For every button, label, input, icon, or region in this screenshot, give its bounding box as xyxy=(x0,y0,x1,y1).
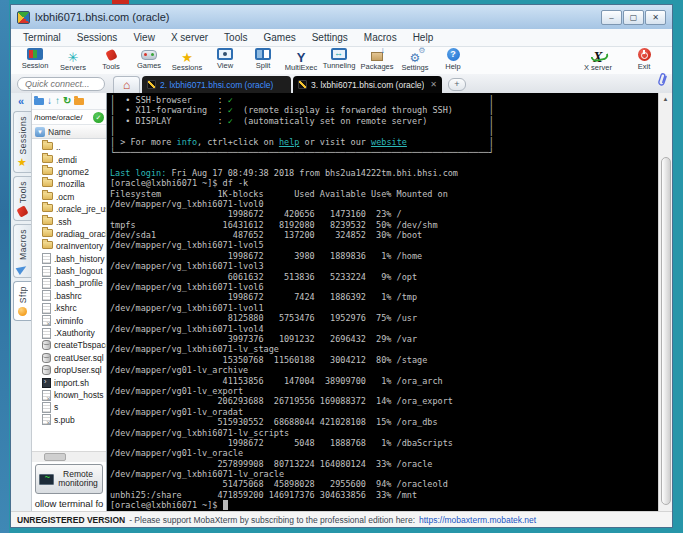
maximize-icon[interactable]: ▢ xyxy=(623,10,644,25)
file-item[interactable]: .gnome2 xyxy=(42,166,106,178)
terminal-text: [oracle@lxbhi6071 ~]$ df -k xyxy=(110,178,248,188)
toolbar-settings-button[interactable]: Settings xyxy=(397,48,433,74)
toolbar-tunneling-button[interactable]: Tunneling xyxy=(321,48,357,74)
toolbar-exit-button[interactable]: Exit xyxy=(626,48,662,74)
file-item[interactable]: .oracle_jre_us xyxy=(42,203,106,215)
file-name: oradiag_oracle xyxy=(56,229,106,239)
toolbar-x-server-button[interactable]: X server xyxy=(580,48,616,74)
toolbar-view-button[interactable]: View xyxy=(207,48,243,74)
menu-settings[interactable]: Settings xyxy=(304,32,356,43)
terminal-text: /dev/mapper/vg01-lv_oracle xyxy=(110,448,243,458)
terminal-line: /dev/sda1 487652 137200 324852 30% /boot xyxy=(110,230,658,240)
side-tab-sessions[interactable]: Sessions xyxy=(13,111,31,173)
terminal-line: /dev/mapper/vg_lxbhi6071-lv_oracle xyxy=(110,469,658,479)
file-item[interactable]: import.sh xyxy=(42,376,106,388)
file-item[interactable]: .kshrc xyxy=(42,302,106,314)
menu-terminal[interactable]: Terminal xyxy=(15,32,69,43)
file-name: .bash_logout xyxy=(54,266,103,276)
terminal-tab[interactable]: 3. lxbhi6071.bhsi.com (oracle)✕ xyxy=(293,76,442,93)
toolbar-games-button[interactable]: Games xyxy=(131,48,167,74)
sftp-horizontal-scrollbar[interactable] xyxy=(32,451,106,462)
toolbar-packages-button[interactable]: Packages xyxy=(359,48,395,74)
file-item[interactable]: createTbspace xyxy=(42,339,106,351)
terminal-tab[interactable]: 2. lxbhi6071.bhsi.com (oracle) xyxy=(142,76,291,93)
side-tab-sftp[interactable]: Sftp xyxy=(13,281,31,321)
scrollbar-thumb[interactable] xyxy=(661,157,671,505)
toolbar-split-button[interactable]: Split xyxy=(245,48,281,74)
toolbar-tools-button[interactable]: Tools xyxy=(93,48,129,74)
remote-monitoring-button[interactable]: Remote monitoring xyxy=(35,464,103,494)
file-item[interactable]: .viminfo xyxy=(42,314,106,326)
refresh-icon[interactable]: ↻ xyxy=(63,96,71,106)
terminal-line: /dev/mapper/vg_lxbhi6071-lvol3 xyxy=(110,261,658,271)
scrollbar-thumb[interactable] xyxy=(44,453,66,461)
toolbar-multiexec-button[interactable]: MultiExec xyxy=(283,48,319,74)
file-item[interactable]: .ssh xyxy=(42,215,106,227)
file-item[interactable]: s.pub xyxy=(42,414,106,426)
file-item[interactable]: s xyxy=(42,401,106,413)
title-bar[interactable]: lxbhi6071.bhsi.com (oracle) –▢✕ xyxy=(11,5,672,29)
parent-folder-icon[interactable] xyxy=(34,98,44,105)
open-folder-icon[interactable] xyxy=(74,98,84,105)
file-item[interactable]: .mozilla xyxy=(42,178,106,190)
terminal[interactable]: │ • SSH-browser : ✓ ││ • X11-forwarding … xyxy=(107,93,658,511)
menu-macros[interactable]: Macros xyxy=(356,32,405,43)
menu-tools[interactable]: Tools xyxy=(216,32,255,43)
file-item[interactable]: .ocm xyxy=(42,191,106,203)
file-item[interactable]: known_hosts xyxy=(42,389,106,401)
minimize-icon[interactable]: – xyxy=(601,10,622,25)
side-tab-tools[interactable]: Tools xyxy=(13,176,31,221)
sftp-path-bar[interactable]: /home/oracle/ ✓ xyxy=(32,110,106,125)
file-item[interactable]: .bash_profile xyxy=(42,277,106,289)
sftp-panel: ↓↑↻ /home/oracle/ ✓ ▼ Name ...emdi.gnome… xyxy=(32,93,107,511)
terminal-text: │ • SSH-browser : xyxy=(110,95,228,105)
scroll-up-icon[interactable]: ▲ xyxy=(659,93,672,105)
help-icon xyxy=(447,48,460,61)
collapse-sidebar-icon[interactable]: « xyxy=(18,93,24,111)
menu-games[interactable]: Games xyxy=(255,32,303,43)
quick-connect-input[interactable] xyxy=(17,77,105,91)
file-item[interactable]: creatUser.sql xyxy=(42,352,106,364)
terminal-scrollbar[interactable]: ▲ xyxy=(658,93,672,511)
home-tab-button[interactable]: ⌂ xyxy=(113,76,140,93)
menu-sessions[interactable]: Sessions xyxy=(69,32,126,43)
close-icon[interactable]: ✕ xyxy=(645,10,666,25)
file-list-header[interactable]: ▼ Name xyxy=(32,125,106,139)
file-icon xyxy=(42,328,51,339)
home-icon: ⌂ xyxy=(123,79,130,91)
background-window-fragment xyxy=(0,0,9,533)
file-item[interactable]: dropUser.sql xyxy=(42,364,106,376)
toolbar-help-button[interactable]: Help xyxy=(435,48,471,74)
file-item[interactable]: oraInventory xyxy=(42,240,106,252)
menu-x-server[interactable]: X server xyxy=(163,32,216,43)
download-icon[interactable]: ↓ xyxy=(47,96,52,106)
side-tab-macros[interactable]: Macros xyxy=(13,224,31,278)
file-item[interactable]: .Xauthority xyxy=(42,327,106,339)
terminal-link[interactable]: website xyxy=(371,137,407,147)
file-item[interactable]: oradiag_oracle xyxy=(42,228,106,240)
toolbar-servers-button[interactable]: Servers xyxy=(55,48,91,74)
terminal-text: │ xyxy=(427,116,494,126)
upload-icon[interactable]: ↑ xyxy=(55,96,60,106)
new-tab-button[interactable]: + xyxy=(448,78,466,91)
toolbar-session-button[interactable]: Session xyxy=(17,48,53,74)
sort-dropdown-icon[interactable]: ▼ xyxy=(35,127,45,137)
script-icon xyxy=(42,378,51,388)
file-item[interactable]: .bashrc xyxy=(42,290,106,302)
file-item[interactable]: .bash_history xyxy=(42,253,106,265)
terminal-link[interactable]: help xyxy=(279,137,299,147)
file-item[interactable]: .emdi xyxy=(42,153,106,165)
mobatek-link[interactable]: https://mobaxterm.mobatek.net xyxy=(419,515,536,525)
file-item[interactable]: .. xyxy=(42,141,106,153)
terminal-text: │ xyxy=(453,105,494,115)
terminal-text: 15350768 11560188 3004212 80% /stage xyxy=(110,355,427,365)
file-icon xyxy=(42,253,51,264)
file-name: .Xauthority xyxy=(54,328,95,338)
menu-help[interactable]: Help xyxy=(405,32,442,43)
close-tab-icon[interactable]: ✕ xyxy=(426,80,437,89)
toolbar-sessions-button[interactable]: Sessions xyxy=(169,48,205,74)
menu-view[interactable]: View xyxy=(125,32,163,43)
paperclip-icon[interactable] xyxy=(657,72,668,91)
file-item[interactable]: .bash_logout xyxy=(42,265,106,277)
follow-terminal-folder-label[interactable]: ollow terminal fo xyxy=(32,496,106,511)
